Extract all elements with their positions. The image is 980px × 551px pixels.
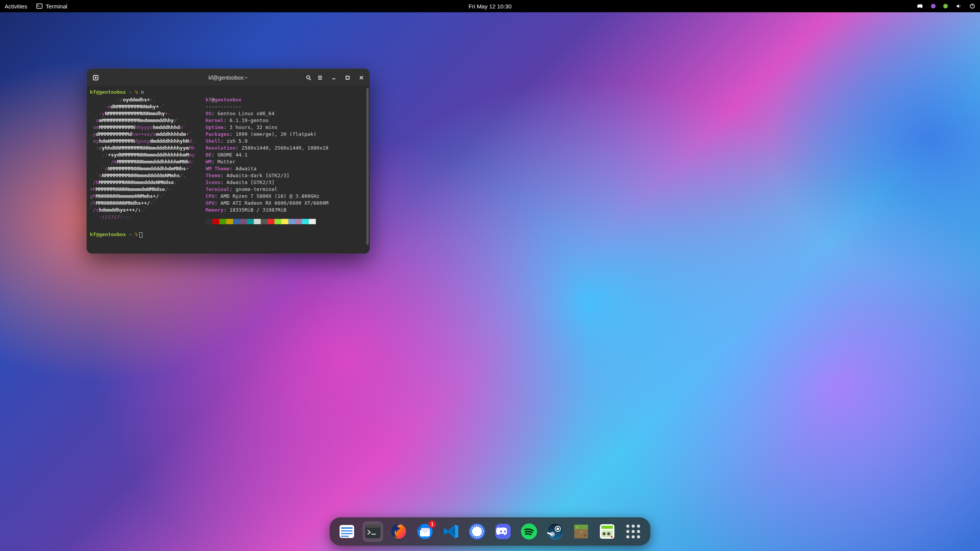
close-button[interactable] [356,73,366,83]
new-tab-button[interactable] [90,72,101,83]
neofetch-row: Kernel: 6.1.19-gentoo [206,117,328,124]
dock: 1 [330,517,650,546]
app-menu-label: Terminal [46,3,67,10]
discord-tray-icon[interactable] [917,3,923,9]
dock-discord[interactable] [493,521,513,542]
power-icon[interactable] [969,3,975,9]
vscode-icon [442,523,460,540]
svg-rect-43 [601,526,613,529]
neofetch-row: WM: Mutter [206,158,328,165]
window-title: kf@gentoobox:~ [209,75,248,81]
neofetch-row: Icons: Adwaita [GTK2/3] [206,179,328,186]
dock-spotify[interactable] [519,521,539,542]
signal-icon [468,523,486,540]
neofetch-row: Shell: zsh 5.9 [206,138,328,145]
steam-icon [546,523,564,540]
prompt-line-1: kf@gentoobox ~ % n [90,89,366,96]
terminal-window: kf@gentoobox:~ kf@gentoobox ~ % n -/oydd… [87,68,370,254]
dock-gpu-tool[interactable] [597,521,617,542]
notification-badge: 1 [428,520,436,528]
dock-steam[interactable] [545,521,565,542]
terminal-icon [364,523,382,540]
dock-terminal[interactable] [363,521,383,542]
neofetch-ascii-logo: -/oyddmdhs+:. -odNMMMMMMMMNNmhy+-` -yNMM… [90,96,195,224]
prism-launcher-icon [572,523,590,540]
svg-rect-39 [576,526,578,528]
neofetch-row: Uptime: 3 hours, 32 mins [206,124,328,131]
svg-rect-12 [346,76,349,79]
svg-line-7 [309,78,311,80]
svg-rect-21 [365,525,381,528]
neofetch-row: CPU: AMD Ryzen 7 5800X (16) @ 3.800GHz [206,193,328,200]
neofetch-row: Resolution: 2560x1440, 2560x1440, 1080x1… [206,145,328,152]
svg-point-46 [607,532,610,535]
app-menu-button[interactable]: Terminal [36,3,67,10]
neofetch-output: -/oyddmdhs+:. -odNMMMMMMMMNNmhy+-` -yNMM… [90,96,366,224]
prompt-line-2: kf@gentoobox ~ % [90,231,366,238]
tray-indicator-1[interactable] [931,4,936,8]
neofetch-row: Theme: Adwaita-dark [GTK2/3] [206,172,328,179]
neofetch-row: Terminal: gnome-terminal [206,186,328,193]
svg-rect-19 [341,536,349,537]
terminal-menu-icon [36,3,42,9]
neofetch-row: DE: GNOME 44.1 [206,152,328,158]
clock[interactable]: Fri May 12 10:30 [469,3,512,10]
dock-vscode[interactable] [441,521,461,542]
dock-thunderbird[interactable]: 1 [415,521,435,542]
terminal-body[interactable]: kf@gentoobox ~ % n -/oyddmdhs+:. -odNMMM… [87,86,369,253]
terminal-scrollbar[interactable] [366,88,369,245]
svg-point-45 [603,532,606,535]
dock-app-grid[interactable] [623,521,644,542]
neofetch-row: OS: Gentoo Linux x86_64 [206,110,328,117]
tray-indicator-2[interactable] [943,4,948,8]
terminal-titlebar[interactable]: kf@gentoobox:~ [87,69,369,86]
svg-rect-16 [341,527,353,529]
svg-point-34 [557,528,559,530]
svg-rect-17 [341,530,353,531]
minimize-button[interactable] [329,73,339,83]
svg-point-29 [504,531,506,533]
svg-rect-18 [341,533,353,534]
svg-point-32 [547,523,563,540]
discord-icon [494,523,512,540]
dock-signal[interactable] [467,521,487,542]
neofetch-row: Memory: 18335MiB / 31987MiB [206,207,328,214]
neofetch-row: GPU: AMD ATI Radeon RX 6600/6600 XT/6600… [206,200,328,207]
svg-rect-40 [580,531,583,533]
neofetch-info: kf@gentoobox------------OS: Gentoo Linux… [206,96,328,224]
svg-point-28 [500,531,502,533]
neofetch-row: Packages: 1099 (emerge), 20 (flatpak) [206,131,328,138]
volume-icon[interactable] [956,3,962,9]
svg-point-6 [307,76,310,79]
dock-firefox[interactable] [389,521,409,542]
spotify-icon [520,523,538,540]
cursor [139,232,142,238]
neofetch-row: WM Theme: Adwaita [206,165,328,172]
hamburger-menu-button[interactable] [314,72,326,83]
top-bar: Activities Terminal Fri May 12 10:30 [0,0,980,12]
svg-point-25 [472,527,482,536]
color-swatches [206,219,328,224]
activities-button[interactable]: Activities [5,3,27,10]
maximize-button[interactable] [343,73,353,83]
gpu-tool-icon [598,523,616,540]
files-icon [338,523,356,540]
firefox-icon [390,523,408,540]
dock-prism-launcher[interactable] [571,521,591,542]
search-button[interactable] [303,72,314,83]
svg-rect-0 [37,4,42,8]
svg-rect-41 [584,534,586,536]
dock-files[interactable] [336,521,357,542]
app-grid-icon [624,523,642,540]
